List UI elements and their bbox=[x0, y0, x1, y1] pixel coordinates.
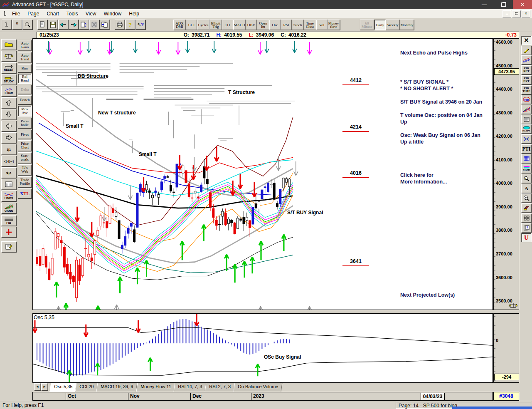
toolbar-pin-icon[interactable] bbox=[2, 11, 7, 17]
projection-end-date[interactable]: 04/03/23 bbox=[421, 393, 445, 401]
pages-button[interactable] bbox=[521, 223, 532, 232]
context-help-button[interactable]: ↖? bbox=[135, 20, 145, 30]
fib-button[interactable]: FIB bbox=[1, 215, 16, 226]
close-chart-button[interactable]: ✕ bbox=[521, 36, 532, 45]
save-button[interactable] bbox=[48, 20, 58, 30]
crosshair-button[interactable] bbox=[1, 227, 16, 238]
menu-help[interactable]: Help bbox=[125, 10, 143, 18]
fib-circle-button[interactable]: FIB bbox=[521, 95, 532, 104]
indicator-adx-dmi[interactable]: ADX DMI bbox=[173, 20, 186, 30]
indicator-stoch[interactable]: Stoch bbox=[292, 20, 304, 30]
tab-money-flow-11[interactable]: Money Flow 11 bbox=[136, 383, 175, 392]
pti-button[interactable]: PTI bbox=[521, 144, 532, 154]
tile-windows-button[interactable] bbox=[521, 213, 532, 223]
indicator-osc[interactable]: Osc bbox=[269, 20, 281, 30]
oscillator-panel[interactable]: Osc 5,35 OSc Buy Signal bbox=[32, 313, 493, 383]
lines-button[interactable]: LINES bbox=[1, 191, 16, 201]
indicator-obv[interactable]: OBV bbox=[246, 20, 257, 30]
study-para-bolic[interactable]: Para-bolic bbox=[18, 118, 32, 129]
compress-h-button[interactable]: ◁▷|▷◁ bbox=[1, 156, 16, 166]
more-information-link[interactable]: More Information... bbox=[400, 179, 447, 185]
help-button[interactable]: ? bbox=[125, 20, 135, 30]
study-xtl[interactable]: XTL bbox=[18, 188, 32, 198]
indicator-vol[interactable]: Vol bbox=[316, 20, 328, 30]
make-or-break-grid-button[interactable] bbox=[521, 154, 532, 163]
indicator-time-clust[interactable]: Time Clust bbox=[304, 20, 316, 30]
close-button[interactable]: ✕ bbox=[513, 0, 532, 9]
copy-page-button[interactable] bbox=[79, 20, 89, 30]
indicator-cci[interactable]: CCI bbox=[186, 20, 197, 30]
child-minimize-button[interactable]: – bbox=[502, 10, 511, 17]
pencil-tool-button[interactable] bbox=[521, 46, 532, 55]
gann-button[interactable]: GANN bbox=[1, 203, 16, 213]
magnet-button[interactable]: U bbox=[521, 233, 532, 242]
menu-window[interactable]: Window bbox=[100, 10, 126, 18]
price-chart[interactable]: DB Structure T Structure New T structure… bbox=[32, 38, 493, 310]
price-axis[interactable]: 4473.95 4600.004500.004400.004300.004200… bbox=[493, 38, 519, 310]
study-auto-trend[interactable]: Auto Trend bbox=[18, 52, 32, 63]
fib-retracement-button[interactable]: FIB RET bbox=[521, 65, 532, 74]
fib-time-button[interactable]: FIB TIME bbox=[521, 85, 532, 94]
eraser-button[interactable] bbox=[521, 203, 532, 213]
indicator-money-flow[interactable]: Money flow bbox=[328, 20, 340, 30]
bar-spacing-button[interactable]: 1|1 bbox=[1, 144, 16, 155]
study-donch[interactable]: Donch bbox=[18, 95, 32, 104]
study-trade-profile[interactable]: Trade Profile bbox=[18, 176, 32, 187]
insert-page-button[interactable] bbox=[100, 20, 110, 30]
mob-button[interactable]: MOB bbox=[521, 164, 532, 173]
pin-button[interactable] bbox=[2, 20, 12, 30]
print-button[interactable] bbox=[115, 20, 125, 30]
open-chart-button[interactable] bbox=[1, 39, 16, 50]
tab-rsi-2-7-3[interactable]: RSI 2, 7, 3 bbox=[205, 383, 235, 392]
new-page-button[interactable] bbox=[37, 20, 47, 30]
indicator-elliott-trig[interactable]: Elliott Trig bbox=[209, 20, 222, 30]
indicator-macd[interactable]: MACD bbox=[233, 20, 246, 30]
regression-button[interactable] bbox=[521, 134, 532, 144]
fib-extension-button[interactable]: FIB EXT bbox=[521, 75, 532, 84]
gann-grid-button[interactable] bbox=[521, 115, 532, 124]
text-tool-button[interactable]: A bbox=[521, 184, 532, 193]
arrow-left-button[interactable] bbox=[1, 121, 16, 131]
study-pivot[interactable]: Pivot bbox=[18, 130, 32, 139]
arrow-right-button[interactable] bbox=[1, 132, 16, 143]
tab-osc-5-35[interactable]: Osc 5,35 bbox=[49, 383, 76, 392]
scale-settings-icon[interactable] bbox=[509, 302, 518, 309]
child-restore-button[interactable] bbox=[512, 10, 521, 17]
back-button[interactable] bbox=[58, 20, 68, 30]
study-bol-band[interactable]: Bol Band bbox=[18, 74, 32, 84]
timeframe-60-minute[interactable]: 60 Minute bbox=[360, 20, 374, 30]
arrow-up-button[interactable] bbox=[1, 97, 16, 108]
study-auto-gann[interactable]: Auto Gann bbox=[18, 40, 32, 51]
find-button[interactable] bbox=[22, 20, 32, 30]
menu-tools[interactable]: Tools bbox=[63, 10, 82, 18]
properties-button[interactable] bbox=[1, 241, 16, 252]
zoom-tool-button[interactable] bbox=[521, 193, 532, 203]
tab-macd-19-39-9[interactable]: MACD 19, 39, 9 bbox=[96, 383, 138, 392]
ellipse-button[interactable]: ELiPS bbox=[521, 124, 532, 134]
indicator-rsi[interactable]: RSI bbox=[281, 20, 292, 30]
click-here-link[interactable]: Click here for bbox=[400, 172, 433, 178]
menu-file[interactable]: File bbox=[8, 10, 24, 18]
minimize-button[interactable]: — bbox=[475, 0, 494, 9]
trendlines-tool-button[interactable] bbox=[521, 55, 532, 64]
timeframe-monthly[interactable]: Monthly bbox=[400, 20, 414, 30]
gann-fan-button[interactable] bbox=[521, 105, 532, 114]
indicator-open-int[interactable]: Open Int bbox=[257, 20, 269, 30]
tab-cci-20[interactable]: CCI 20 bbox=[75, 383, 98, 392]
timeframe-weekly[interactable]: Weekly bbox=[386, 20, 400, 30]
percent-change-button[interactable]: 1 bbox=[521, 174, 532, 183]
study-bias[interactable]: Bias bbox=[18, 64, 32, 72]
grid-toggle-button[interactable] bbox=[1, 179, 16, 190]
study-delta[interactable]: Delta bbox=[18, 85, 32, 94]
timeframe-daily[interactable]: Daily bbox=[374, 20, 386, 30]
reset-button[interactable]: RESET bbox=[1, 62, 16, 73]
tab-scroll-left[interactable]: ◄ bbox=[34, 383, 41, 390]
study-price-clust[interactable]: Price Clust bbox=[18, 140, 32, 151]
study-seas-onals[interactable]: Seas-onals bbox=[18, 152, 32, 163]
study-button[interactable]: STUDY bbox=[1, 74, 16, 85]
arrow-down-button[interactable] bbox=[1, 109, 16, 120]
scales-button[interactable] bbox=[1, 51, 16, 62]
study-tj-s-web[interactable]: TJ's Web bbox=[18, 164, 32, 175]
menu-view[interactable]: View bbox=[82, 10, 100, 18]
study-mov-ave[interactable]: Mov Ave bbox=[18, 106, 32, 117]
